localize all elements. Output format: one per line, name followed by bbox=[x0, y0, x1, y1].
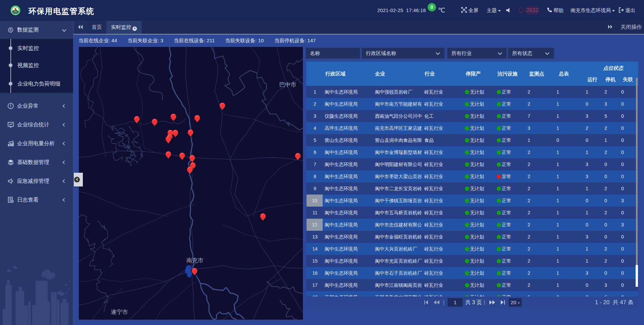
svg-text:巴中市: 巴中市 bbox=[279, 82, 297, 88]
svg-text:南充市: 南充市 bbox=[186, 257, 204, 264]
svg-text:遂宁市: 遂宁市 bbox=[111, 309, 128, 315]
